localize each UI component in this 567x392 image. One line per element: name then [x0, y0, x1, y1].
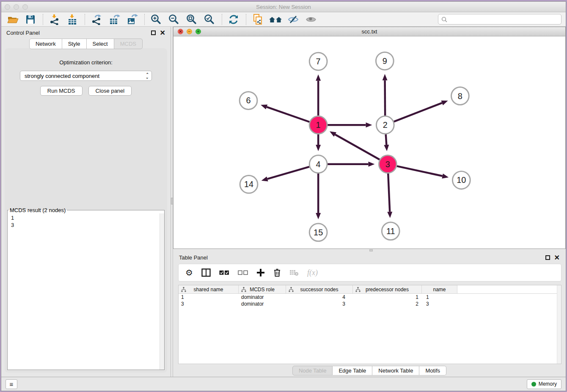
- toolbar-separator: [85, 14, 85, 25]
- table-toolbar: ⚙: [178, 264, 561, 282]
- graph-edge-1-6[interactable]: [267, 107, 309, 122]
- import-table-button[interactable]: [65, 13, 80, 26]
- tab-network-table[interactable]: Network Table: [372, 366, 419, 375]
- open-session-button[interactable]: [6, 13, 20, 26]
- export-image-button[interactable]: [125, 13, 139, 26]
- refresh-icon: [228, 14, 239, 25]
- criterion-dropdown[interactable]: strongly connected component ⌃⌃: [20, 71, 152, 81]
- graph-edge-2-3[interactable]: [386, 134, 387, 145]
- graph-edge-3-1[interactable]: [335, 135, 380, 160]
- graph-arrowhead-1-7: [316, 75, 321, 81]
- zoom-in-button[interactable]: [149, 13, 163, 26]
- minimize-window-button[interactable]: [14, 4, 19, 10]
- list-icon: ≡: [10, 381, 14, 388]
- graph-node-label-10: 10: [457, 175, 466, 185]
- tab-motifs[interactable]: Motifs: [419, 366, 446, 375]
- graph-edge-2-9[interactable]: [385, 80, 385, 116]
- hide-selected-button[interactable]: [286, 13, 300, 26]
- show-all-networks-button[interactable]: [268, 13, 283, 26]
- result-scrollbar[interactable]: [160, 213, 164, 370]
- tab-mcds[interactable]: MCDS: [114, 39, 143, 49]
- column-visibility-icon[interactable]: [201, 268, 211, 277]
- memory-button[interactable]: Memory: [527, 379, 561, 389]
- column-header-predecessor-nodes[interactable]: predecessor nodes: [353, 285, 422, 293]
- optimization-criterion-label: Optimization criterion:: [5, 59, 167, 66]
- network-maximize-button[interactable]: +: [195, 29, 201, 34]
- table-settings-gear-icon[interactable]: ⚙: [185, 268, 193, 277]
- zoom-out-icon: [168, 14, 179, 25]
- save-session-button[interactable]: [23, 13, 38, 26]
- graph-arrowhead-1-2: [366, 122, 372, 127]
- float-table-panel-icon[interactable]: [545, 255, 550, 260]
- delete-column-trash-icon[interactable]: [273, 268, 281, 277]
- graph-edge-3-10[interactable]: [397, 166, 443, 176]
- close-window-button[interactable]: [5, 4, 10, 10]
- show-selected-button[interactable]: [304, 13, 318, 26]
- mcds-panel: Optimization criterion: strongly connect…: [5, 48, 167, 373]
- select-all-rows-icon[interactable]: [219, 270, 229, 276]
- graph-node-label-11: 11: [386, 226, 395, 236]
- export-network-button[interactable]: [89, 13, 104, 26]
- tab-select[interactable]: Select: [87, 39, 114, 49]
- apply-layout-button[interactable]: [226, 13, 241, 26]
- float-panel-icon[interactable]: [151, 30, 156, 35]
- search-input[interactable]: [447, 16, 558, 22]
- close-panel-icon[interactable]: ✕: [160, 30, 165, 35]
- maximize-window-button[interactable]: [22, 4, 28, 10]
- graph-edge-2-8[interactable]: [394, 103, 442, 121]
- zoom-in-icon: [151, 14, 162, 25]
- column-header-shared-name[interactable]: shared name: [179, 285, 239, 293]
- zoom-selected-icon: [204, 14, 215, 25]
- network-minimize-button[interactable]: −: [187, 29, 192, 34]
- horizontal-splitter[interactable]: [173, 249, 566, 252]
- tab-node-table[interactable]: Node Table: [292, 366, 333, 375]
- import-network-button[interactable]: [47, 13, 62, 26]
- open-network-file-button[interactable]: [250, 13, 265, 26]
- chevron-updown-icon: ⌃⌃: [146, 73, 149, 78]
- search-field[interactable]: [438, 14, 561, 25]
- export-table-button[interactable]: [107, 13, 121, 26]
- tab-edge-table[interactable]: Edge Table: [333, 366, 372, 375]
- node-table[interactable]: shared name MCDS role successor nodes: [178, 285, 561, 364]
- splitter-grip[interactable]: [171, 198, 173, 204]
- network-titlebar[interactable]: ✕ − + scc.txt: [173, 27, 565, 36]
- export-table-icon: [109, 14, 120, 25]
- graph-edge-4-14[interactable]: [267, 167, 309, 179]
- horizontal-splitter-grip[interactable]: [369, 249, 373, 251]
- tab-style[interactable]: Style: [62, 39, 87, 49]
- close-table-panel-icon[interactable]: ✕: [554, 255, 560, 260]
- tab-network[interactable]: Network: [29, 39, 62, 49]
- task-history-button[interactable]: ≡: [6, 379, 17, 389]
- column-header-successor-nodes[interactable]: successor nodes: [286, 285, 353, 293]
- deselect-all-rows-icon[interactable]: [238, 270, 248, 276]
- zoom-selected-button[interactable]: [202, 13, 217, 26]
- table-scrollbar[interactable]: [557, 285, 561, 364]
- graph-arrowhead-2-9: [383, 74, 388, 80]
- graph-edge-3-11[interactable]: [388, 174, 390, 212]
- graph-node-label-15: 15: [314, 228, 323, 237]
- zoom-out-button[interactable]: [167, 13, 181, 26]
- graph-node-label-4: 4: [316, 160, 321, 169]
- search-icon: [441, 17, 447, 22]
- close-panel-button[interactable]: Close panel: [88, 86, 132, 96]
- graph-arrowhead-3-10: [442, 174, 449, 179]
- column-header-name[interactable]: name: [422, 285, 457, 293]
- zoom-fit-button[interactable]: [184, 13, 199, 26]
- network-close-button[interactable]: ✕: [178, 29, 183, 34]
- table-tabs: Node Table Edge Table Network Table Moti…: [173, 364, 566, 377]
- network-graph[interactable]: 7968124314101511: [173, 36, 565, 248]
- run-mcds-button[interactable]: Run MCDS: [40, 86, 83, 96]
- graph-node-label-14: 14: [244, 179, 253, 189]
- graph-arrowhead-4-15: [316, 213, 321, 219]
- hierarchy-icon: [241, 287, 246, 292]
- table-row[interactable]: 1 dominator 4 1 1: [179, 294, 561, 301]
- add-column-icon[interactable]: [256, 268, 265, 277]
- network-canvas[interactable]: 7968124314101511: [173, 36, 565, 248]
- function-builder-icon-disabled: f(x): [307, 268, 318, 277]
- network-window: ✕ − + scc.txt 7968124314101511: [173, 27, 566, 249]
- mcds-result-legend: MCDS result (2 nodes): [8, 207, 67, 213]
- table-row[interactable]: 3 dominator 3 2 3: [179, 301, 561, 307]
- toolbar-separator: [222, 14, 222, 25]
- window-controls: [5, 4, 28, 10]
- column-header-mcds-role[interactable]: MCDS role: [239, 285, 286, 293]
